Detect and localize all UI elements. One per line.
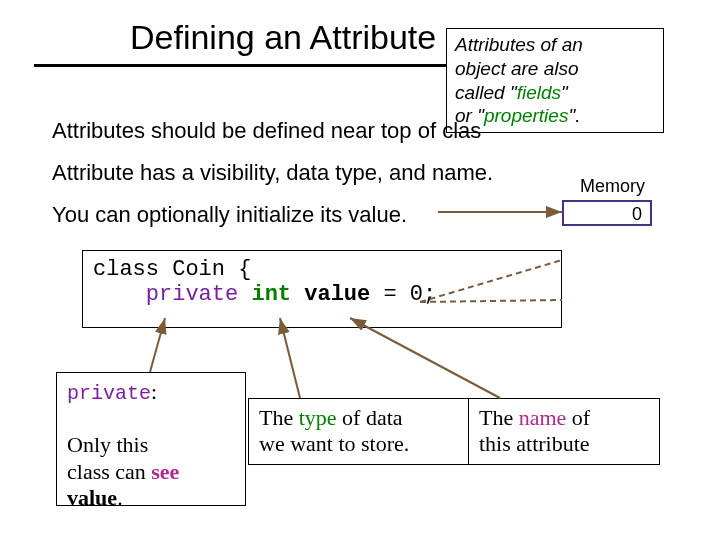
cap-name-l1a: The bbox=[479, 405, 519, 430]
cap-type-word: type bbox=[299, 405, 337, 430]
tip-l4c: ". bbox=[568, 105, 580, 126]
cap-type-l1a: The bbox=[259, 405, 299, 430]
code-line-1: class Coin { bbox=[93, 257, 551, 282]
code-value: value bbox=[304, 282, 370, 307]
code-indent bbox=[93, 282, 146, 307]
memory-cell: 0 bbox=[562, 200, 652, 226]
cap-private-l1: Only this bbox=[67, 432, 148, 457]
code-rest: = 0; bbox=[370, 282, 436, 307]
code-int: int bbox=[251, 282, 291, 307]
arrow-name bbox=[350, 318, 500, 398]
tip-l3c: " bbox=[561, 82, 568, 103]
code-box: class Coin { private int value = 0; bbox=[82, 250, 562, 328]
code-line-2: private int value = 0; bbox=[93, 282, 551, 307]
cap-private-l2a: class can bbox=[67, 459, 151, 484]
cap-name-word: name bbox=[519, 405, 567, 430]
body-line-3: You can optionally initialize its value. bbox=[52, 202, 407, 228]
cap-private-colon: : bbox=[151, 379, 157, 404]
arrow-type bbox=[280, 318, 300, 398]
cap-private-dot: . bbox=[117, 485, 123, 510]
tip-l1: Attributes of an bbox=[455, 34, 583, 55]
cap-name-l1c: of bbox=[566, 405, 590, 430]
caption-private: private: Only this class can see value. bbox=[56, 372, 246, 506]
cap-private-value: value bbox=[67, 485, 117, 510]
code-private: private bbox=[146, 282, 238, 307]
tip-properties: properties bbox=[484, 105, 569, 126]
cap-type-l2: we want to store. bbox=[259, 431, 409, 456]
body-line-1: Attributes should be defined near top of… bbox=[52, 118, 481, 144]
caption-type: The type of data we want to store. bbox=[248, 398, 470, 465]
tip-l3a: called " bbox=[455, 82, 517, 103]
caption-name: The name of this attribute bbox=[468, 398, 660, 465]
cap-type-l1c: of data bbox=[337, 405, 403, 430]
tip-fields: fields bbox=[517, 82, 561, 103]
tip-l2: object are also bbox=[455, 58, 579, 79]
body-line-2: Attribute has a visibility, data type, a… bbox=[52, 160, 493, 186]
cap-name-l2: this attribute bbox=[479, 431, 590, 456]
cap-private-kw: private bbox=[67, 382, 151, 405]
cap-private-see: see bbox=[151, 459, 179, 484]
memory-label: Memory bbox=[580, 176, 645, 197]
page-title: Defining an Attribute bbox=[130, 18, 436, 57]
